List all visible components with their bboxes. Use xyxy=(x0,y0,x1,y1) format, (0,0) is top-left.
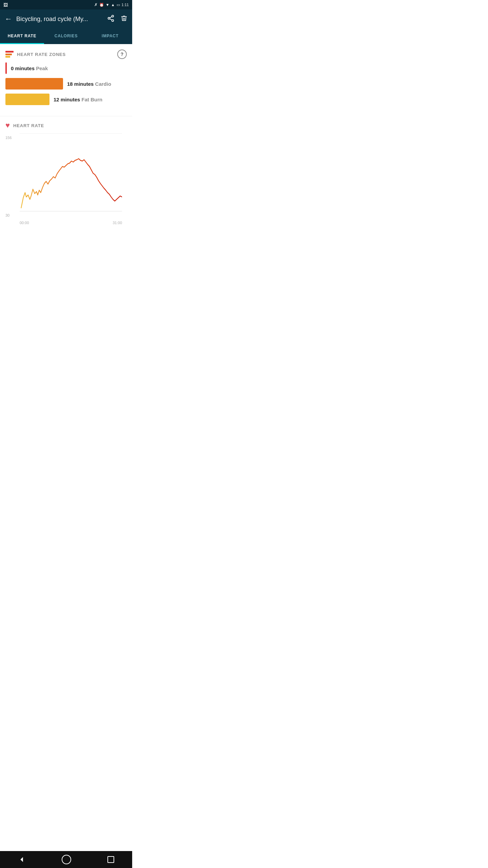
main-content: HEART RATE ZONES ? 0 minutes Peak 18 min… xyxy=(0,44,132,235)
chart-x-labels: 00:00 31:00 xyxy=(20,221,122,225)
share-button[interactable] xyxy=(107,15,115,24)
fatburn-zone-label: 12 minutes Fat Burn xyxy=(54,97,102,102)
section-divider xyxy=(0,116,132,116)
tab-calories[interactable]: CALORIES xyxy=(44,28,88,44)
hr-section-header: ♥ HEART RATE xyxy=(5,121,127,130)
tab-impact[interactable]: IMPACT xyxy=(88,28,132,44)
y-label-max: 156 xyxy=(5,136,12,140)
bluetooth-icon: ✗ xyxy=(94,2,98,7)
x-label-end: 31:00 xyxy=(113,221,122,225)
cardio-bar xyxy=(5,78,63,90)
heart-rate-chart: 156 30 xyxy=(5,133,127,235)
delete-button[interactable] xyxy=(121,15,127,24)
signal-icon: ▲ xyxy=(111,3,115,7)
help-button[interactable]: ? xyxy=(117,50,127,59)
heart-rate-section: ♥ HEART RATE 156 30 xyxy=(0,119,132,235)
zones-list: 0 minutes Peak 18 minutes Cardio 12 minu… xyxy=(0,62,132,115)
svg-line-4 xyxy=(110,16,112,18)
fatburn-bar xyxy=(5,94,49,105)
battery-icon: ▭ xyxy=(117,3,120,7)
zone-cardio: 18 minutes Cardio xyxy=(5,78,127,90)
zones-section-header: HEART RATE ZONES ? xyxy=(0,44,132,62)
x-label-start: 00:00 xyxy=(20,221,29,225)
status-left: 🖼 xyxy=(3,2,8,7)
zones-section-title: HEART RATE ZONES xyxy=(17,52,66,57)
status-bar: 🖼 ✗ ⏰ ▼ ▲ ▭ 1:11 xyxy=(0,0,132,9)
status-right: ✗ ⏰ ▼ ▲ ▭ 1:11 xyxy=(94,2,129,7)
tab-bar: HEART RATE CALORIES IMPACT xyxy=(0,28,132,44)
page-title: Bicycling, road cycle (My... xyxy=(16,16,103,23)
y-label-30: 30 xyxy=(5,214,12,217)
svg-line-3 xyxy=(110,19,112,20)
hr-chart-svg xyxy=(20,133,122,218)
tab-heart-rate[interactable]: HEART RATE xyxy=(0,28,44,44)
peak-zone-label: 0 minutes Peak xyxy=(11,65,48,71)
zone-peak: 0 minutes Peak xyxy=(5,62,127,74)
peak-line-indicator xyxy=(5,62,7,74)
top-nav: ← Bicycling, road cycle (My... xyxy=(0,9,132,28)
alarm-icon: ⏰ xyxy=(99,3,104,7)
nav-icons xyxy=(107,15,127,24)
time-display: 1:11 xyxy=(122,3,129,7)
cardio-zone-label: 18 minutes Cardio xyxy=(67,81,111,87)
zone-fatburn: 12 minutes Fat Burn xyxy=(5,94,127,105)
wifi-icon: ▼ xyxy=(106,3,109,7)
zones-icon xyxy=(5,51,14,58)
back-button[interactable]: ← xyxy=(5,15,12,23)
photo-icon: 🖼 xyxy=(3,2,8,7)
hr-section-title: HEART RATE xyxy=(13,123,44,128)
heart-icon: ♥ xyxy=(5,121,10,130)
zones-header-left: HEART RATE ZONES xyxy=(5,51,66,58)
